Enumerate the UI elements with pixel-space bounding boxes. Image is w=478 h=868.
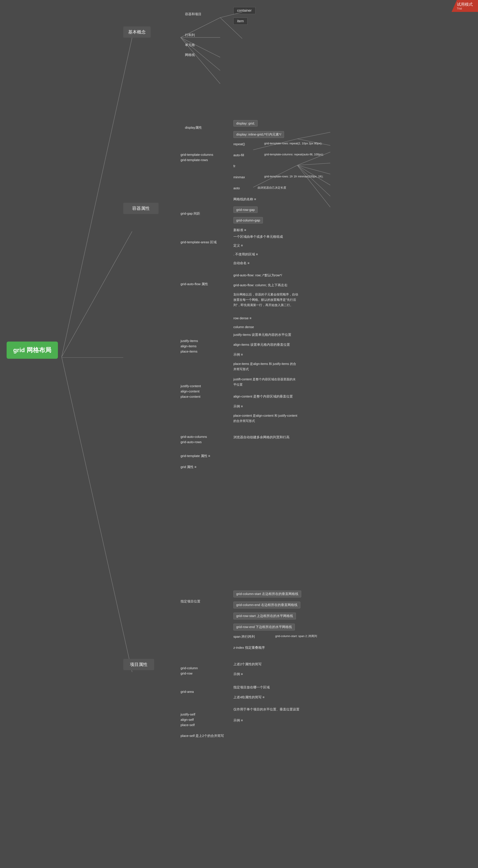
grid-col-row-label: grid-columngrid-row: [180, 665, 198, 676]
grid-column-gap: grid-column-gap: [233, 217, 263, 223]
justify-align-self-label: justify-selfalign-selfplace-self: [180, 712, 195, 727]
svg-line-19: [297, 165, 330, 207]
basic-label: 基本概念: [128, 30, 146, 34]
container-props-label: 容器属性: [132, 206, 150, 211]
place-items-example: 示例 ≡: [233, 352, 243, 357]
svg-line-1: [62, 231, 132, 357]
grid-auto-desc: 浏览器自动创建多余网格的列宽和行高: [233, 435, 289, 439]
grid-col-row-example: 示例 ≡: [233, 672, 243, 676]
auto-flow-row: grid-auto-flow: row; /*默认为row*/: [233, 273, 282, 277]
new-standard-label: 新标准 ≡: [233, 228, 246, 232]
grid-area-label: grid-area: [180, 690, 194, 693]
cell-label: 单元格: [185, 43, 195, 47]
auto-flow-desc: 划分网格以后，容器的子元素会按照顺序，自动 放置在每一个网格。默认的放置顺序是"…: [233, 292, 298, 308]
grid-row-end: grid-row-end 下边框所在的水平网格线: [233, 624, 295, 630]
container-props-box: 容器属性: [123, 203, 159, 214]
span-label: span 跨行跨列: [233, 634, 255, 639]
specify-position-label: 指定项目位置: [180, 599, 200, 603]
svg-line-18: [297, 165, 330, 196]
grid-col-row-shorthand: 上述2个属性的简写: [233, 662, 262, 666]
repeat-label: repeat(): [233, 142, 245, 146]
align-content-desc: align-content 是整个内容区域的垂直位置: [233, 395, 293, 399]
svg-line-11: [297, 132, 330, 139]
area-unused: . 不使用的区域 ≡: [233, 252, 258, 256]
auto-fill-label: auto-fill: [233, 153, 244, 157]
grid-template-prop: grid-template 属性 ≡: [180, 454, 210, 458]
auto-fill-detail: grid-template-columns: repeat(auto-fill,…: [264, 153, 323, 156]
grid-col-end: grid-column-end 右边框所在的垂直网格线: [233, 601, 300, 609]
display-attr-label: display属性: [185, 126, 202, 130]
minmax-label: minmax: [233, 175, 245, 179]
containers-items-label: 容器和项目: [185, 12, 201, 16]
place-items-desc: place-items 是align-items 和 justify-items…: [233, 362, 296, 372]
svg-line-15: [297, 163, 330, 165]
justify-align-place-content-label: justify-contentalign-contentplace-conten…: [180, 383, 201, 399]
center-label: grid 网格布局: [13, 347, 51, 353]
trial-badge: 试用模式 Trial: [452, 0, 478, 12]
grid-template-label: grid-template-columnsgrid-template-rows: [180, 152, 213, 163]
minmax-detail: grid-template-rows: 1fr 1fr minmax(100px…: [264, 175, 323, 178]
auto-flow-col: grid-auto-flow: column; 先上下再左右: [233, 283, 287, 287]
grid-auto-flow-label: grid-auto-flow 属性: [180, 282, 208, 286]
rows-cols-label: 行和列: [185, 33, 195, 37]
justify-items-desc: justify-items 设置单元格内容的水平位置: [233, 333, 291, 337]
fr-label: fr: [233, 164, 235, 168]
connector-lines: [0, 0, 478, 868]
area-desc: 一个区域由单个或多个单元格组成: [233, 235, 283, 239]
svg-line-2: [62, 357, 132, 672]
aoto-detail: 由浏览器自己决定长度: [258, 186, 286, 190]
container-box: container: [233, 7, 255, 14]
trial-main: 试用模式: [457, 2, 473, 7]
grid-area-desc: 指定项目放在哪一个区域: [233, 685, 270, 689]
display-grid: display: grid;: [233, 120, 258, 126]
gridline-label: 网格线: [185, 53, 195, 57]
col-dense: column dense: [233, 325, 254, 329]
grid-template-areas-label: grid-template-areas 区域: [180, 240, 217, 244]
self-example: 示例 ≡: [233, 718, 243, 722]
place-self-desc: place-self 是上2个的合并简写: [180, 734, 224, 738]
display-inline-grid: display: inline-grid;/*行内元素*/: [233, 131, 284, 138]
row-dense: row dense ≡: [233, 316, 251, 320]
svg-line-16: [297, 165, 330, 174]
gridline-name-label: 网格线的名称 ≡: [233, 197, 256, 202]
repeat-detail: grid-template-rows: repeat(2, 10px 2px 8…: [264, 142, 322, 145]
trial-sub: Trial: [457, 7, 473, 10]
grid-row-gap: grid-row-gap: [233, 207, 258, 213]
grid-prop: grid 属性 ≡: [180, 465, 196, 469]
grid-col-start: grid-column-start 左边框所在的垂直网格线: [233, 591, 301, 597]
justify-content-desc: justift-content 是整个内容区域在容器里面的水平位置: [233, 377, 296, 388]
z-index-label: z-index 指定重叠顺序: [233, 646, 265, 650]
item-props-label: 项目属性: [130, 662, 147, 667]
self-desc: 仅作用于单个项目的水平位置、垂直位置设置: [233, 707, 300, 712]
content-example: 示例 ≡: [233, 404, 243, 408]
center-node: grid 网格布局: [7, 342, 58, 359]
item-props-box: 项目属性: [123, 659, 154, 670]
grid-gap-label: grid-gap 间距: [180, 212, 200, 216]
grid-row-start: grid-row-start 上边框所在的水平网格线: [233, 613, 296, 619]
aoto-label: aoto: [233, 186, 240, 190]
span-detail: grid-column-start: span 2; 跨两列: [275, 634, 317, 638]
basic-concepts-box: 基本概念: [123, 26, 150, 38]
item-box: item: [233, 18, 247, 25]
justify-align-place-items-label: justify-itemsalign-itemsplace-items: [180, 338, 198, 354]
grid-auto-cols-rows-label: grid-auto-columnsgrid-auto-rows: [180, 434, 207, 445]
area-define: 定义 ≡: [233, 244, 243, 248]
place-content-desc: place-content 是align-content 和 justify-c…: [233, 413, 297, 424]
svg-line-0: [62, 37, 132, 357]
mind-map: 试用模式 Trial grid 网格布局 基本概念: [0, 0, 478, 868]
align-items-desc: align-items 设置单元格内容的垂直位置: [233, 343, 290, 347]
area-auto-name: 自动命名 ≡: [233, 261, 249, 265]
grid-area-shorthand: 上述4给属性的简写 ≡: [233, 695, 265, 700]
